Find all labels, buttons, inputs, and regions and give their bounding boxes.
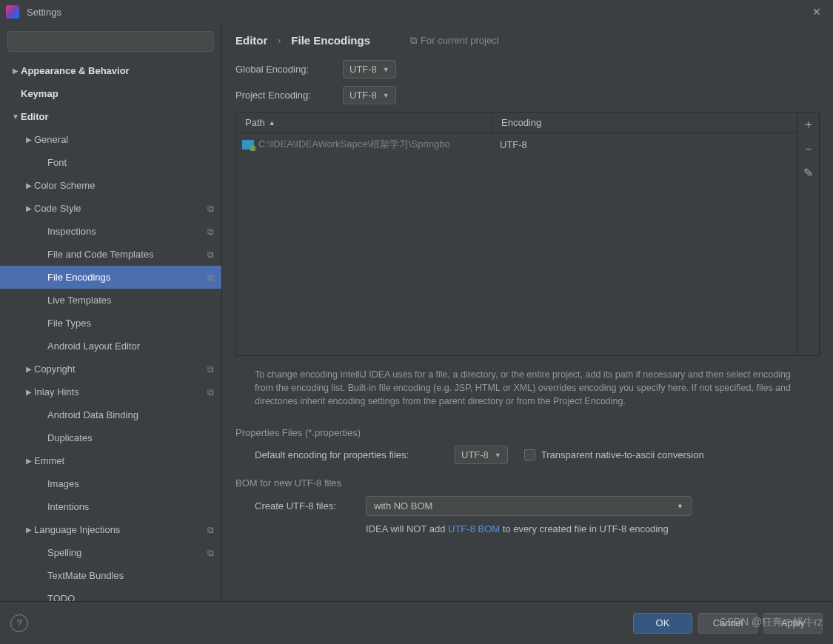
titlebar: Settings ✕ (0, 0, 833, 24)
tree-item-label: File and Code Templates (47, 249, 207, 260)
tree-item-intentions[interactable]: ▶Intentions (0, 495, 221, 518)
tree-item-label: File Types (47, 318, 214, 329)
tree-item-appearance-behavior[interactable]: ▶Appearance & Behavior (0, 59, 221, 82)
sidebar: 🔍 ▶Appearance & Behavior▶Keymap▼Editor▶G… (0, 24, 222, 601)
app-icon (6, 5, 19, 19)
scope-icon: ⧉ (207, 204, 214, 214)
tree-item-label: General (34, 134, 214, 145)
close-button[interactable]: ✕ (806, 3, 827, 21)
chevron-right-icon: ▶ (24, 457, 34, 465)
scope-label: ⧉ For current project (410, 35, 499, 47)
tree-item-duplicates[interactable]: ▶Duplicates (0, 426, 221, 449)
tree-item-label: Android Layout Editor (47, 341, 214, 352)
bom-section: BOM for new UTF-8 files (235, 477, 820, 489)
tree-item-label: Keymap (21, 88, 214, 99)
tree-item-spelling[interactable]: ▶Spelling⧉ (0, 541, 221, 564)
utf8-bom-link[interactable]: UTF-8 BOM (448, 523, 500, 534)
dialog-footer: ? OK Cancel Apply (0, 601, 833, 644)
chevron-right-icon: ▶ (24, 181, 34, 189)
chevron-right-icon: ▶ (24, 204, 34, 212)
tree-item-language-injections[interactable]: ▶Language Injections⧉ (0, 518, 221, 541)
tree-item-todo[interactable]: ▶TODO (0, 587, 221, 601)
help-button[interactable]: ? (10, 614, 28, 632)
scope-icon: ⧉ (207, 249, 214, 260)
tree-item-general[interactable]: ▶General (0, 128, 221, 151)
tree-item-images[interactable]: ▶Images (0, 472, 221, 495)
tree-item-live-templates[interactable]: ▶Live Templates (0, 289, 221, 312)
tree-item-label: Inlay Hints (34, 386, 207, 398)
remove-button[interactable]: － (803, 141, 814, 157)
table-header: Path ▲ Encoding (236, 113, 797, 133)
scope-icon: ⧉ (207, 364, 214, 375)
main-panel: Editor › File Encodings ⧉ For current pr… (222, 24, 833, 601)
transparent-checkbox[interactable] (524, 449, 535, 460)
tree-item-keymap[interactable]: ▶Keymap (0, 82, 221, 105)
chevron-down-icon: ▼ (383, 66, 389, 73)
add-button[interactable]: ＋ (803, 117, 814, 133)
tree-item-label: TODO (47, 593, 214, 601)
folder-icon (242, 140, 254, 150)
tree-item-android-data-binding[interactable]: ▶Android Data Binding (0, 403, 221, 426)
tree-item-label: Appearance & Behavior (21, 65, 214, 76)
scope-icon: ⧉ (207, 272, 214, 283)
edit-button[interactable]: ✎ (803, 166, 813, 180)
tree-item-file-types[interactable]: ▶File Types (0, 312, 221, 335)
project-encoding-label: Project Encoding: (235, 90, 343, 101)
chevron-right-icon: ▶ (24, 388, 34, 396)
tree-item-copyright[interactable]: ▶Copyright⧉ (0, 358, 221, 380)
col-encoding[interactable]: Encoding (492, 117, 797, 128)
chevron-right-icon: ▶ (24, 365, 34, 373)
tree-item-label: TextMate Bundles (47, 570, 214, 581)
tree-item-label: Live Templates (47, 295, 214, 306)
chevron-down-icon: ▼ (10, 113, 21, 121)
settings-tree: ▶Appearance & Behavior▶Keymap▼Editor▶Gen… (0, 59, 221, 601)
properties-encoding-combo[interactable]: UTF-8 ▼ (455, 446, 508, 464)
tree-item-label: Color Scheme (34, 180, 214, 191)
project-encoding-combo[interactable]: UTF-8 ▼ (343, 86, 396, 104)
chevron-right-icon: ▶ (24, 135, 34, 144)
breadcrumb-root[interactable]: Editor (235, 34, 267, 47)
encoding-table-wrap: Path ▲ Encoding C:\IDEA\IDEAWorkSapce\框架… (235, 112, 820, 356)
bom-select[interactable]: with NO BOM ▼ (366, 496, 692, 516)
window-title: Settings (27, 7, 806, 18)
scope-icon: ⧉ (207, 387, 214, 398)
tree-item-label: Language Injections (34, 524, 207, 535)
tree-item-label: Font (47, 157, 214, 168)
tree-item-inspections[interactable]: ▶Inspections⧉ (0, 220, 221, 243)
apply-button[interactable]: Apply (763, 613, 823, 634)
global-encoding-label: Global Encoding: (235, 64, 343, 75)
scope-icon: ⧉ (207, 227, 214, 237)
chevron-down-icon: ▼ (383, 92, 389, 99)
table-row[interactable]: C:\IDEA\IDEAWorkSapce\框架学习\Springbo UTF-… (236, 133, 797, 155)
tree-item-font[interactable]: ▶Font (0, 151, 221, 174)
tree-item-inlay-hints[interactable]: ▶Inlay Hints⧉ (0, 380, 221, 403)
tree-item-label: Emmet (34, 455, 214, 466)
tree-item-label: Spelling (47, 547, 207, 558)
tree-item-android-layout-editor[interactable]: ▶Android Layout Editor (0, 335, 221, 358)
table-body[interactable]: C:\IDEA\IDEAWorkSapce\框架学习\Springbo UTF-… (236, 133, 797, 355)
search-input[interactable] (7, 31, 214, 52)
bom-hint: IDEA will NOT add UTF-8 BOM to every cre… (235, 523, 820, 534)
breadcrumb-page: File Encodings (291, 34, 370, 47)
cancel-button[interactable]: Cancel (698, 613, 757, 634)
properties-section: Properties Files (*.properties) (235, 427, 820, 438)
tree-item-label: Code Style (34, 203, 207, 214)
tree-item-file-and-code-templates[interactable]: ▶File and Code Templates⧉ (0, 243, 221, 266)
tree-item-emmet[interactable]: ▶Emmet (0, 449, 221, 472)
tree-item-code-style[interactable]: ▶Code Style⧉ (0, 197, 221, 220)
tree-item-textmate-bundles[interactable]: ▶TextMate Bundles (0, 564, 221, 587)
tree-item-file-encodings[interactable]: ▶File Encodings⧉ (0, 266, 221, 289)
tree-item-label: File Encodings (47, 272, 207, 283)
tree-item-editor[interactable]: ▼Editor (0, 105, 221, 128)
col-path[interactable]: Path ▲ (236, 113, 492, 133)
help-text: To change encoding IntelliJ IDEA uses fo… (235, 356, 820, 414)
tree-item-label: Copyright (34, 363, 207, 375)
global-encoding-combo[interactable]: UTF-8 ▼ (343, 60, 396, 78)
ok-button[interactable]: OK (633, 613, 692, 634)
scope-icon: ⧉ (207, 548, 214, 558)
tree-item-color-scheme[interactable]: ▶Color Scheme (0, 174, 221, 197)
tree-item-label: Editor (21, 111, 214, 122)
encoding-cell[interactable]: UTF-8 (492, 139, 797, 150)
table-toolbar: ＋ － ✎ (797, 113, 819, 355)
properties-default-label: Default encoding for properties files: (255, 449, 455, 460)
